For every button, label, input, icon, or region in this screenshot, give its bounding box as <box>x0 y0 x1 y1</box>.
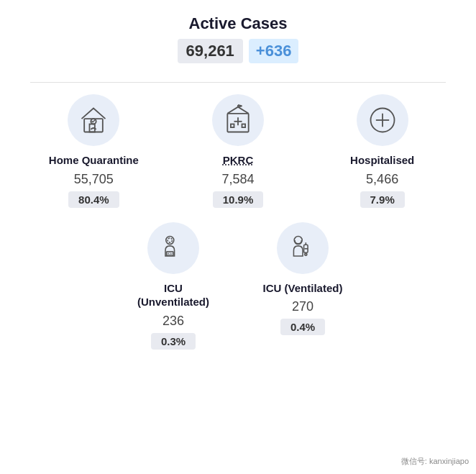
svg-text:ICU: ICU <box>168 252 173 255</box>
icu-ventilated-label: ICU (Ventilated) <box>263 281 343 296</box>
home-quarantine-number: 55,705 <box>74 172 114 187</box>
pkrc-card: PKRC 7,584 10.9% <box>188 94 288 208</box>
home-quarantine-badge: 80.4% <box>68 191 119 208</box>
icu-unventilated-number: 236 <box>163 314 184 329</box>
icu-unventilated-card: ICU ICU (Unventilated) 236 0.3% <box>123 222 224 350</box>
svg-rect-6 <box>231 124 234 128</box>
main-count: 69,261 <box>178 39 243 63</box>
icu-ventilated-badge: 0.4% <box>280 319 325 335</box>
svg-rect-7 <box>242 124 245 128</box>
pkrc-badge: 10.9% <box>213 191 264 208</box>
icu-unventilated-label: ICU (Unventilated) <box>137 281 209 309</box>
delta-count: +636 <box>249 39 299 63</box>
svg-point-20 <box>305 253 307 255</box>
watermark: 微信号: kanxinjiapo <box>401 456 469 467</box>
hospitalised-number: 5,466 <box>366 172 398 187</box>
icu-unventilated-icon-bg: ICU <box>147 222 199 274</box>
home-quarantine-icon <box>78 104 109 136</box>
divider <box>30 82 446 83</box>
icu-unventilated-badge: 0.3% <box>151 333 196 350</box>
page-title: Active Cases <box>178 14 299 33</box>
count-row: 69,261 +636 <box>178 39 299 63</box>
bottom-cards-row: ICU ICU (Unventilated) 236 0.3% ICU (Ve <box>7 222 469 350</box>
hospitalised-icon <box>367 104 398 136</box>
hospitalised-card: Hospitalised 5,466 7.9% <box>332 94 433 208</box>
hospitalised-badge: 7.9% <box>360 191 405 208</box>
icu-ventilated-number: 270 <box>292 299 313 314</box>
pkrc-icon <box>222 104 254 136</box>
pkrc-number: 7,584 <box>221 172 254 187</box>
home-quarantine-icon-bg <box>68 94 119 146</box>
hospitalised-icon-bg <box>357 94 408 146</box>
hospitalised-label: Hospitalised <box>350 153 414 168</box>
pkrc-label: PKRC <box>223 153 254 168</box>
icu-unventilated-icon: ICU <box>157 232 189 264</box>
top-cards-row: Home Quarantine 55,705 80.4% PKRC <box>7 94 469 208</box>
svg-point-13 <box>168 237 172 242</box>
home-quarantine-card: Home Quarantine 55,705 80.4% <box>43 94 144 208</box>
icu-ventilated-icon <box>287 232 319 264</box>
header: Active Cases 69,261 +636 <box>178 14 299 63</box>
icu-ventilated-icon-bg <box>277 222 329 274</box>
icu-ventilated-card: ICU (Ventilated) 270 0.4% <box>252 222 353 350</box>
home-quarantine-label: Home Quarantine <box>49 153 139 168</box>
pkrc-icon-bg <box>212 94 264 146</box>
